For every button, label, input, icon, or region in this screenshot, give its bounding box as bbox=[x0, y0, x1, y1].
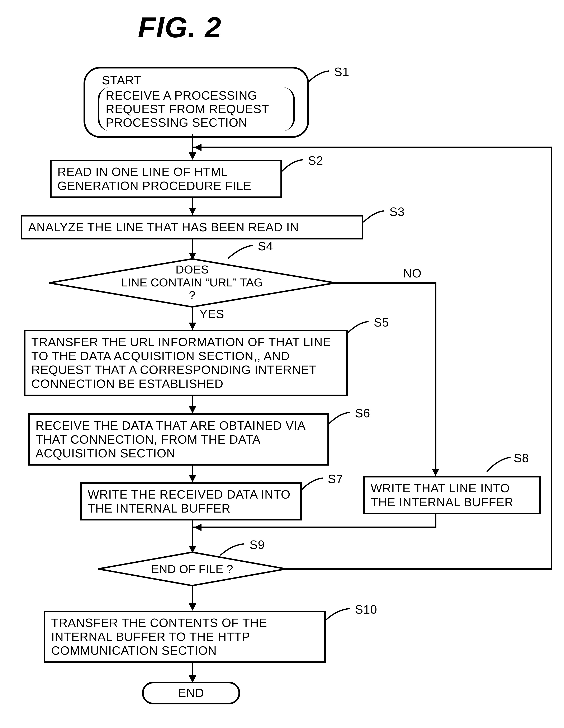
s4-l3: ? bbox=[49, 289, 335, 302]
lead-s3 bbox=[363, 210, 390, 224]
arrow-s7-s9 bbox=[192, 520, 193, 547]
arrowhead-s6-s7 bbox=[189, 475, 196, 482]
start-word: START bbox=[98, 73, 295, 87]
lead-s10 bbox=[326, 608, 355, 622]
node-s7: WRITE THE RECEIVED DATA INTO THE INTERNA… bbox=[80, 482, 302, 520]
label-s8: S8 bbox=[514, 451, 529, 465]
arrow-s5-s6 bbox=[192, 396, 193, 407]
lead-s5 bbox=[348, 320, 375, 335]
lead-s6 bbox=[329, 411, 356, 426]
lead-s4 bbox=[228, 244, 259, 261]
lead-s7 bbox=[302, 477, 329, 492]
s4-l1: DOES bbox=[49, 263, 335, 276]
label-yes: YES bbox=[199, 307, 224, 321]
no-vline bbox=[435, 282, 436, 470]
flowchart-page: FIG. 2 START RECEIVE A PROCESSING REQUES… bbox=[8, 8, 551, 718]
arrowhead-s4-s5 bbox=[189, 323, 196, 330]
label-s7: S7 bbox=[328, 472, 343, 486]
lead-s1 bbox=[308, 70, 335, 85]
node-s3: ANALYZE THE LINE THAT HAS BEEN READ IN bbox=[21, 215, 363, 239]
arrowhead-s9-s10 bbox=[189, 603, 196, 611]
node-s4: DOES LINE CONTAIN “URL” TAG ? bbox=[49, 259, 335, 307]
node-s5: TRANSFER THE URL INFORMATION OF THAT LIN… bbox=[24, 330, 348, 396]
lead-s9 bbox=[220, 543, 250, 557]
no-hline bbox=[335, 282, 436, 284]
s8-text: WRITE THAT LINE INTO THE INTERNAL BUFFER bbox=[371, 481, 513, 509]
s9-no-h2 bbox=[193, 147, 552, 148]
end-text: END bbox=[178, 686, 204, 700]
label-s10: S10 bbox=[355, 602, 377, 616]
s10-text: TRANSFER THE CONTENTS OF THE INTERNAL BU… bbox=[51, 616, 267, 657]
lead-s2 bbox=[282, 159, 309, 173]
arrowhead-s8-merge bbox=[194, 524, 202, 531]
start-inner: RECEIVE A PROCESSING REQUEST FROM REQUES… bbox=[98, 87, 295, 131]
label-s6: S6 bbox=[355, 406, 370, 420]
figure-title: FIG. 2 bbox=[138, 10, 222, 44]
start-line4: PROCESSING SECTION bbox=[106, 116, 287, 129]
s4-l2: LINE CONTAIN “URL” TAG bbox=[49, 276, 335, 289]
label-s5: S5 bbox=[374, 315, 389, 329]
node-s8: WRITE THAT LINE INTO THE INTERNAL BUFFER bbox=[363, 476, 541, 514]
node-s6: RECEIVE THE DATA THAT ARE OBTAINED VIA T… bbox=[28, 413, 329, 466]
label-s3: S3 bbox=[389, 205, 405, 219]
start-line2: RECEIVE A PROCESSING bbox=[106, 89, 287, 102]
label-s9: S9 bbox=[250, 538, 265, 552]
arrowhead-s1-s2 bbox=[189, 152, 196, 160]
lead-s8 bbox=[487, 456, 514, 473]
arrowhead-s5-s6 bbox=[189, 406, 196, 413]
node-s10: TRANSFER THE CONTENTS OF THE INTERNAL BU… bbox=[44, 611, 326, 663]
s4-text: DOES LINE CONTAIN “URL” TAG ? bbox=[49, 263, 335, 302]
label-s2: S2 bbox=[308, 153, 323, 167]
s9-no-h1 bbox=[286, 568, 552, 570]
s7-text: WRITE THE RECEIVED DATA INTO THE INTERNA… bbox=[88, 487, 290, 515]
s5-text: TRANSFER THE URL INFORMATION OF THAT LIN… bbox=[31, 335, 331, 390]
label-s1: S1 bbox=[334, 65, 349, 79]
node-end: END bbox=[142, 682, 240, 704]
s3-text: ANALYZE THE LINE THAT HAS BEEN READ IN bbox=[28, 220, 299, 234]
arrowhead-no-s8 bbox=[432, 469, 439, 476]
s2-text: READ IN ONE LINE OF HTML GENERATION PROC… bbox=[57, 165, 252, 192]
arrow-s4-s5 bbox=[192, 307, 193, 324]
arrow-s10-end bbox=[192, 662, 193, 676]
arrow-s2-s3 bbox=[192, 197, 193, 209]
s9-no-v bbox=[551, 147, 552, 570]
node-s2: READ IN ONE LINE OF HTML GENERATION PROC… bbox=[50, 160, 282, 198]
arrow-s3-s4 bbox=[192, 238, 193, 254]
label-no: NO bbox=[403, 266, 422, 280]
arrowhead-s9-loop bbox=[194, 144, 202, 151]
node-start: START RECEIVE A PROCESSING REQUEST FROM … bbox=[84, 67, 309, 138]
node-s9: END OF FILE ? bbox=[98, 552, 286, 586]
arrow-s6-s7 bbox=[192, 465, 193, 476]
arrow-s9-s10 bbox=[192, 586, 193, 604]
s9-text: END OF FILE ? bbox=[98, 563, 286, 576]
s8-leftline bbox=[193, 527, 436, 528]
arrowhead-s2-s3 bbox=[189, 208, 196, 215]
s8-down bbox=[435, 514, 436, 528]
arrow-s1-s2 bbox=[192, 134, 193, 153]
label-s4: S4 bbox=[258, 239, 273, 253]
start-line3: REQUEST FROM REQUEST bbox=[106, 102, 287, 116]
s6-text: RECEIVE THE DATA THAT ARE OBTAINED VIA T… bbox=[35, 419, 305, 460]
